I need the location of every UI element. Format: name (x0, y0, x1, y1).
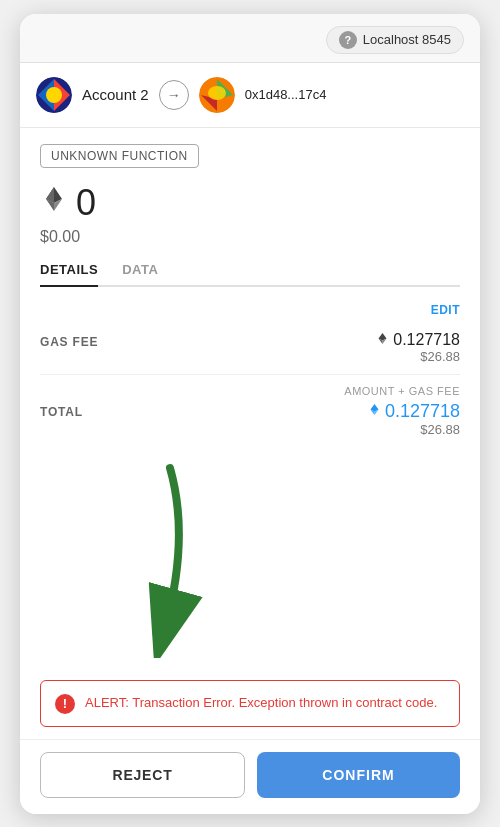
tab-details[interactable]: DETAILS (40, 262, 98, 287)
footer-buttons: REJECT CONFIRM (20, 739, 480, 814)
alert-box: ! ALERT: Transaction Error. Exception th… (40, 680, 460, 727)
usd-amount: $0.00 (40, 228, 460, 246)
reject-button[interactable]: REJECT (40, 752, 245, 798)
svg-point-1 (46, 87, 62, 103)
from-avatar (36, 77, 72, 113)
gas-eth-diamond-icon (376, 332, 389, 348)
total-values: AMOUNT + GAS FEE 0.127718 $26.88 (344, 385, 460, 437)
transfer-arrow-icon: → (159, 80, 189, 110)
to-address: 0x1d48...17c4 (245, 87, 327, 102)
gas-fee-usd: $26.88 (376, 349, 460, 364)
main-content: UNKNOWN FUNCTION 0 $0.00 DETAILS DATA ED… (20, 128, 480, 668)
function-badge: UNKNOWN FUNCTION (40, 144, 199, 168)
total-sublabel: AMOUNT + GAS FEE (344, 385, 460, 397)
edit-link[interactable]: EDIT (40, 303, 460, 317)
alert-text: ALERT: Transaction Error. Exception thro… (85, 693, 437, 713)
eth-diamond-icon (40, 185, 68, 220)
localhost-label: Localhost 8545 (363, 32, 451, 47)
gas-fee-eth-row: 0.127718 (376, 331, 460, 349)
gas-fee-eth: 0.127718 (393, 331, 460, 349)
tabs: DETAILS DATA (40, 262, 460, 287)
tab-data[interactable]: DATA (122, 262, 158, 285)
from-account-name: Account 2 (82, 86, 149, 103)
total-eth-row: 0.127718 (344, 401, 460, 422)
total-usd: $26.88 (344, 422, 460, 437)
eth-amount-row: 0 (40, 182, 460, 224)
to-avatar (199, 77, 235, 113)
svg-point-3 (208, 86, 226, 100)
account-row: Account 2 → 0x1d48...17c4 (20, 63, 480, 128)
total-row: TOTAL AMOUNT + GAS FEE 0.127718 $26.88 (40, 375, 460, 447)
confirm-button[interactable]: CONFIRM (257, 752, 460, 798)
gas-fee-label: GAS FEE (40, 331, 98, 349)
gas-fee-values: 0.127718 $26.88 (376, 331, 460, 364)
total-label: TOTAL (40, 385, 83, 419)
total-eth: 0.127718 (385, 401, 460, 422)
total-eth-diamond-icon (368, 403, 381, 419)
gas-fee-row: GAS FEE 0.127718 $26.88 (40, 321, 460, 375)
eth-value: 0 (76, 182, 96, 224)
phone-container: ? Localhost 8545 Account 2 → (20, 14, 480, 814)
header: ? Localhost 8545 (20, 14, 480, 63)
localhost-badge: ? Localhost 8545 (326, 26, 464, 54)
help-icon[interactable]: ? (339, 31, 357, 49)
alert-icon: ! (55, 694, 75, 714)
